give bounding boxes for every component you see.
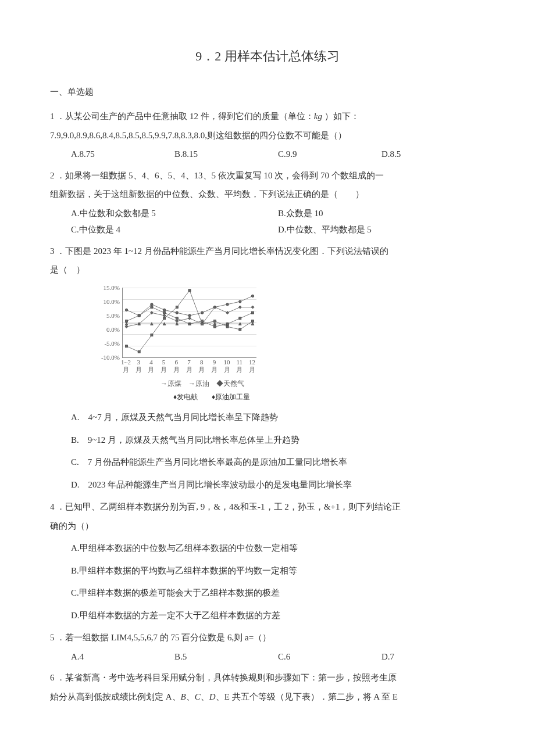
chart-x-tick: 12月	[249, 359, 255, 374]
svg-rect-44	[126, 345, 128, 347]
svg-rect-49	[188, 289, 191, 292]
q3-line2: 是（ ）	[50, 261, 485, 278]
svg-rect-7	[213, 325, 216, 328]
chart-y-tick: 0.0%	[106, 323, 120, 335]
svg-rect-54	[251, 320, 254, 322]
chart-x-tick: 9月	[211, 359, 217, 374]
q5-opt-d: D.7	[381, 648, 485, 665]
svg-rect-45	[138, 350, 140, 353]
svg-marker-38	[188, 317, 191, 320]
svg-point-23	[138, 314, 140, 317]
q6-l2-a: 始分从高到低按成绩比例划定 A、	[50, 692, 181, 701]
chart-y-tick: 5.0%	[106, 309, 120, 321]
question-1: 1 ．从某公司生产的产品中任意抽取 12 件，得到它们的质量（单位：kg ）如下…	[50, 108, 485, 163]
q6-l2-f: D	[209, 692, 216, 701]
svg-marker-42	[238, 306, 241, 309]
chart-y-tick: 15.0%	[104, 281, 120, 293]
svg-marker-43	[251, 306, 254, 309]
q1-options: A.8.75 B.8.15 C.9.9 D.8.5	[71, 146, 485, 163]
svg-rect-52	[226, 325, 229, 328]
q3-opt-c: C. 7 月份品种能源生产当月同比增长率最高的是原油加工量同比增长率	[71, 454, 485, 471]
q1-stem-a: 1 ．从某公司生产的产品中任意抽取 12 件，得到它们的质量（单位：	[50, 112, 314, 121]
svg-rect-47	[163, 317, 166, 320]
q3-line1: 3 ．下图是 2023 年 1~12 月份品种能源生产当月同比增长率情况变化图．…	[50, 243, 485, 260]
q2-line1: 2 ．如果将一组数据 5、4、6、5、4、13、5 依次重复写 10 次，会得到…	[50, 167, 485, 184]
svg-point-30	[226, 303, 229, 305]
page-title: 9．2 用样本估计总体练习	[50, 44, 485, 69]
chart-x-ticks: 1~2月3月4月5月6月7月8月9月10月11月12月	[122, 359, 256, 377]
q2-opt-c: C.中位数是 4	[71, 221, 278, 238]
q4-opt-c: C.甲组样本数据的极差可能会大于乙组样本数据的极差	[71, 585, 485, 601]
svg-point-32	[251, 295, 254, 297]
svg-marker-36	[163, 314, 166, 317]
svg-marker-41	[226, 311, 229, 314]
q5-opt-a: A.4	[71, 648, 174, 665]
chart-x-tick: 4月	[148, 359, 154, 374]
chart-box: 15.0%10.0%5.0%0.0%-5.0%-10.0% 1~2月3月4月5月…	[94, 284, 263, 377]
chart-x-tick: 5月	[160, 359, 167, 374]
section-heading-1: 一、单选题	[50, 84, 485, 101]
chart-figure: 15.0%10.0%5.0%0.0%-5.0%-10.0% 1~2月3月4月5月…	[94, 284, 269, 404]
svg-rect-46	[151, 334, 153, 336]
q3-opt-b: B. 9~12 月，原煤及天然气当月同比增长率总体呈上升趋势	[71, 432, 485, 449]
chart-x-tick: 1~2月	[121, 359, 131, 374]
chart-x-tick: 7月	[186, 359, 192, 374]
chart-x-tick: 10月	[224, 359, 230, 374]
q6-line2: 始分从高到低按成绩比例划定 A、B、C、D、E 共五个等级（见下表）．第二步，将…	[50, 689, 485, 705]
chart-svg	[123, 288, 256, 357]
chart-y-ticks: 15.0%10.0%5.0%0.0%-5.0%-10.0%	[94, 284, 120, 360]
question-6: 6 ．某省新高・考中选考科目采用赋分制，具体转换规则和步骤如下：第一步，按照考生…	[50, 669, 485, 705]
chart-plot-area	[122, 288, 256, 358]
chart-x-tick: 8月	[198, 359, 205, 374]
q3-options: A. 4~7 月，原煤及天然气当月同比增长率呈下降趋势 B. 9~12 月，原煤…	[71, 409, 485, 493]
q4-line1: 4 ．已知甲、乙两组样本数据分别为百, 9，&，4&和玉-1，工 2，孙玉，&+…	[50, 499, 485, 515]
q6-l2-e: 、	[201, 692, 209, 701]
question-4: 4 ．已知甲、乙两组样本数据分别为百, 9，&，4&和玉-1，工 2，孙玉，&+…	[50, 499, 485, 624]
svg-point-28	[201, 311, 203, 314]
svg-point-26	[176, 311, 178, 314]
chart-legend-2: ♦发电献 ♦原油加工量	[173, 390, 269, 404]
q5-options: A.4 B.5 C.6 D.7	[71, 648, 485, 665]
q6-line1: 6 ．某省新高・考中选考科目采用赋分制，具体转换规则和步骤如下：第一步，按照考生…	[50, 669, 485, 686]
question-5: 5 ．若一组数据 LIM4,5,5,6,7 的 75 百分位数是 6,则 a=（…	[50, 629, 485, 665]
page: 9．2 用样本估计总体练习 一、单选题 1 ．从某公司生产的产品中任意抽取 12…	[0, 0, 535, 742]
q4-opt-d: D.甲组样本数据的方差一定不大于乙组样本数据的方差	[71, 607, 485, 624]
svg-point-22	[125, 309, 127, 311]
q4-line2: 确的为（）	[50, 518, 485, 535]
svg-marker-33	[125, 325, 128, 328]
question-3: 3 ．下图是 2023 年 1~12 月份品种能源生产当月同比增长率情况变化图．…	[50, 243, 485, 493]
svg-rect-51	[213, 320, 216, 322]
chart-x-tick: 11月	[236, 359, 242, 374]
q2-opt-b: B.众数是 10	[278, 205, 485, 222]
chart-y-tick: 10.0%	[104, 295, 120, 307]
q6-l2-g: 、E 共五个等级（见下表）．第二步，将 A 至 E	[216, 692, 398, 701]
svg-rect-3	[163, 311, 166, 314]
svg-rect-9	[239, 317, 241, 320]
q4-options: A.甲组样本数据的中位数与乙组样本数据的中位数一定相等 B.甲组样本数据的平均数…	[71, 540, 485, 624]
svg-point-31	[239, 300, 241, 303]
svg-rect-53	[239, 328, 241, 331]
q6-l2-d: C	[195, 692, 201, 701]
q6-l2-b: B	[181, 692, 186, 701]
chart-y-tick: -5.0%	[104, 337, 120, 349]
q1-opt-d: D.8.5	[381, 146, 485, 163]
chart-x-tick: 3月	[135, 359, 142, 374]
q5-opt-c: C.6	[278, 648, 381, 665]
svg-rect-10	[251, 311, 254, 314]
q1-opt-b: B.8.15	[174, 146, 278, 163]
question-2: 2 ．如果将一组数据 5、4、6、5、4、13、5 依次重复写 10 次，会得到…	[50, 167, 485, 238]
q2-opt-d: D.中位数、平均数都是 5	[278, 221, 485, 238]
svg-point-25	[163, 309, 165, 311]
q4-opt-a: A.甲组样本数据的中位数与乙组样本数据的中位数一定相等	[71, 540, 485, 557]
svg-point-24	[151, 303, 153, 305]
q1-opt-a: A.8.75	[71, 146, 174, 163]
q6-l2-c: 、	[186, 692, 195, 701]
q1-opt-c: C.9.9	[278, 146, 381, 163]
svg-rect-4	[176, 317, 178, 320]
q3-opt-d: D. 2023 年品种能源生产当月同比增长率波动最小的是发电量同比增长率	[71, 476, 485, 493]
q1-data-line: 7.9,9.0,8.9,8.6,8.4,8.5,8.5,8.5,9.9,7.8,…	[50, 127, 485, 144]
q2-opt-a: A.中位数和众数都是 5	[71, 205, 278, 222]
svg-marker-37	[176, 320, 179, 323]
q1-unit: kg	[314, 112, 322, 121]
svg-rect-48	[176, 306, 178, 308]
